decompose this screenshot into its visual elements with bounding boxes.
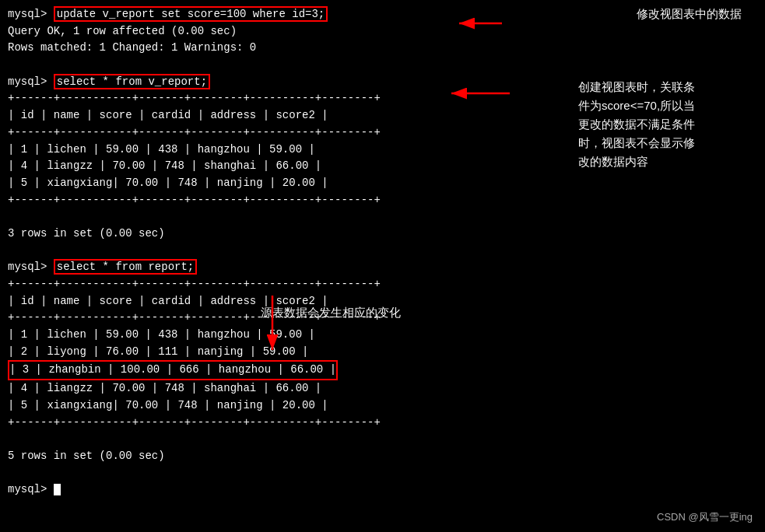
report-table: +------+-----------+-------+--------+---… [8,276,757,431]
rsep3: +------+-----------+-------+--------+---… [8,415,757,432]
vrow3: | 5 | xiangxiang| 70.00 | 748 | nanjing … [8,175,757,192]
rrow1: | 1 | lichen | 59.00 | 438 | hangzhou | … [8,327,757,344]
select-report-line: mysql> select * from report; [8,259,757,276]
rsep1: +------+-----------+-------+--------+---… [8,276,757,293]
highlighted-row: | 3 | zhangbin | 100.00 | 666 | hangzhou… [8,360,338,380]
terminal-container: mysql> update v_report set score=100 whe… [0,0,765,505]
rrow2: | 2 | liyong | 76.00 | 111 | nanjing | 5… [8,344,757,361]
prompt2: mysql> [8,75,54,88]
sep3: +------+-----------+-------+--------+---… [8,192,757,209]
query-ok-line: Query OK, 1 row affected (0.00 sec) [8,23,757,40]
select-report-cmd: select * from report; [54,259,197,275]
rows-matched-line: Rows matched: 1 Changed: 1 Warnings: 0 [8,40,757,57]
annotation2: 创建视图表时，关联条 件为score<=70,所以当 更改的数据不满足条件 时，… [578,78,757,171]
last-prompt: mysql> [8,481,757,499]
csdn-credit: CSDN @风雪一更ing [657,510,753,524]
cursor [54,484,61,495]
rrow3-highlighted: | 3 | zhangbin | 100.00 | 666 | hangzhou… [8,360,757,380]
rrow5: | 5 | xiangxiang| 70.00 | 748 | nanjing … [8,397,757,415]
update-command: update v_report set score=100 where id=3… [54,6,328,22]
vreport-count: 3 rows in set (0.00 sec) [8,208,757,242]
annotation3: 源表数据会发生相应的变化 [261,303,401,322]
select-vreport-cmd: select * from v_report; [54,74,210,89]
rrow4: | 4 | liangzz | 70.00 | 748 | shanghai |… [8,380,757,397]
prompt1: mysql> [8,8,54,20]
prompt3: mysql> [8,261,54,273]
report-count: 5 rows in set (0.00 sec) [8,431,757,464]
annotation1: 修改视图表中的数据 [637,5,742,23]
